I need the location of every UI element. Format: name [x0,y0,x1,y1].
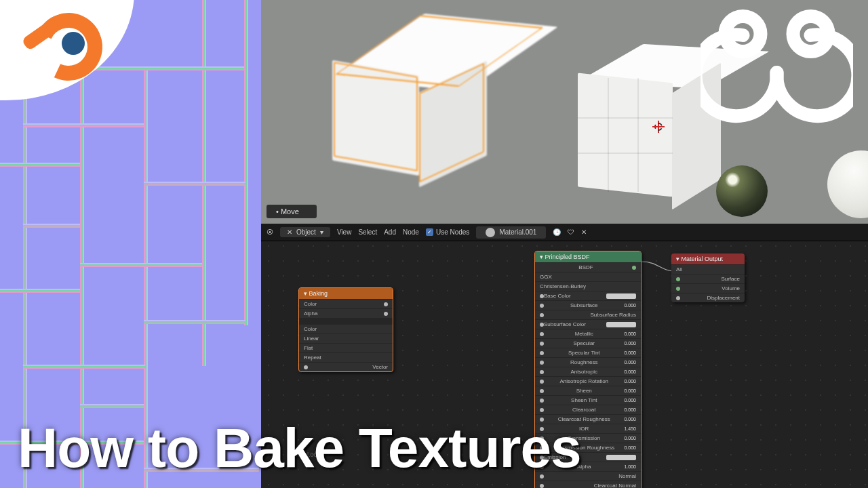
bsdf-slider-row[interactable]: Sheen Tint0.000 [535,395,641,405]
mode-dropdown[interactable]: ✕ Object ▾ [280,227,330,237]
blender-icon [24,7,102,85]
bsdf-slider-row[interactable]: Sheen0.000 [535,386,641,395]
3d-cursor-icon [652,121,665,133]
shield-icon[interactable]: 🛡 [568,228,574,236]
material-output-node[interactable]: ▾ Material Output All Surface Volume Dis… [671,253,745,302]
menu-node[interactable]: Node [403,228,419,236]
bsdf-slider-row[interactable]: Specular0.000 [535,338,641,348]
close-icon[interactable]: ✕ [581,228,587,236]
bsdf-slider-row[interactable]: Anisotropic Rotation0.000 [535,376,641,386]
low-poly-cube[interactable] [332,14,485,163]
menu-add[interactable]: Add [384,228,396,236]
bsdf-slider-row[interactable]: Base Color [535,291,641,300]
menu-select[interactable]: Select [358,228,377,236]
bsdf-slider-row[interactable]: Clearcoat0.000 [535,405,641,414]
checkbox-icon: ✓ [426,228,433,236]
pin-icon[interactable]: 🕒 [553,228,561,236]
node-header[interactable]: ▾ Principled BSDF [535,251,641,262]
bsdf-slider-row[interactable]: Metallic0.000 [535,329,641,338]
high-poly-cube[interactable] [570,44,722,197]
node-header[interactable]: ▾ Baking [299,288,393,299]
use-nodes-checkbox[interactable]: ✓ Use Nodes [426,228,469,236]
editor-type-icon[interactable]: ⦿ [267,228,273,236]
bsdf-slider-row[interactable]: Clearcoat Normal [535,481,641,488]
bsdf-slider-row[interactable]: Anisotropic0.000 [535,367,641,376]
channel-logo [701,8,853,137]
bsdf-slider-row[interactable]: Specular Tint0.000 [535,348,641,357]
active-tool-label: • Move [267,205,317,218]
material-icon [486,228,495,237]
node-editor-header: ⦿ ✕ Object ▾ View Select Add Node ✓ Use … [261,224,868,241]
node-header[interactable]: ▾ Material Output [671,253,745,264]
bsdf-slider-row[interactable]: Roughness0.000 [535,357,641,367]
menu-view[interactable]: View [337,228,352,236]
bsdf-slider-row[interactable]: Subsurface Radius [535,310,641,319]
material-selector[interactable]: Material.001 [476,226,546,239]
title-text: How to Bake Textures [18,420,850,476]
material-preview-sphere-plain [827,150,868,218]
title-overlay: How to Bake Textures [0,419,868,477]
material-preview-sphere-hdri [716,165,768,217]
bsdf-slider-row[interactable]: Subsurface Color [535,319,641,329]
bsdf-slider-row[interactable]: Subsurface0.000 [535,300,641,310]
image-texture-node[interactable]: ▾ Baking Color Alpha Color Linear Flat R… [298,287,393,372]
